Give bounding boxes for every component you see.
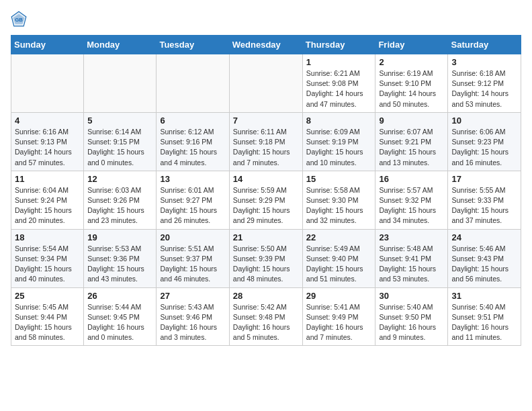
- calendar-cell: 20Sunrise: 5:51 AM Sunset: 9:37 PM Dayli…: [157, 229, 229, 287]
- calendar-cell: 7Sunrise: 6:11 AM Sunset: 9:18 PM Daylig…: [229, 112, 302, 171]
- day-number: 26: [87, 291, 152, 301]
- day-number: 8: [306, 116, 372, 126]
- calendar-cell: 12Sunrise: 6:03 AM Sunset: 9:26 PM Dayli…: [84, 171, 157, 229]
- day-number: 29: [306, 291, 372, 301]
- day-number: 18: [15, 232, 80, 242]
- calendar-cell: 16Sunrise: 5:57 AM Sunset: 9:32 PM Dayli…: [375, 171, 448, 229]
- day-info: Sunrise: 6:14 AM Sunset: 9:15 PM Dayligh…: [87, 127, 152, 168]
- day-number: 14: [233, 174, 299, 184]
- calendar-cell: 3Sunrise: 6:18 AM Sunset: 9:12 PM Daylig…: [448, 54, 521, 113]
- day-info: Sunrise: 6:21 AM Sunset: 9:08 PM Dayligh…: [306, 68, 372, 109]
- day-info: Sunrise: 6:19 AM Sunset: 9:10 PM Dayligh…: [379, 68, 444, 109]
- day-number: 3: [451, 57, 517, 67]
- day-info: Sunrise: 5:53 AM Sunset: 9:36 PM Dayligh…: [87, 244, 152, 285]
- calendar-week-row: 1Sunrise: 6:21 AM Sunset: 9:08 PM Daylig…: [11, 54, 521, 113]
- calendar-cell: 19Sunrise: 5:53 AM Sunset: 9:36 PM Dayli…: [84, 229, 157, 287]
- day-number: 31: [451, 291, 517, 301]
- calendar-cell: 1Sunrise: 6:21 AM Sunset: 9:08 PM Daylig…: [302, 54, 375, 113]
- day-number: 25: [15, 291, 80, 301]
- day-number: 24: [451, 232, 517, 242]
- calendar-cell: 13Sunrise: 6:01 AM Sunset: 9:27 PM Dayli…: [157, 171, 229, 229]
- day-number: 4: [15, 116, 80, 126]
- day-info: Sunrise: 6:03 AM Sunset: 9:26 PM Dayligh…: [87, 185, 152, 226]
- calendar-cell: [11, 54, 84, 113]
- calendar-cell: 8Sunrise: 6:09 AM Sunset: 9:19 PM Daylig…: [302, 112, 375, 171]
- day-info: Sunrise: 6:04 AM Sunset: 9:24 PM Dayligh…: [15, 185, 80, 226]
- calendar-header-wednesday: Wednesday: [229, 36, 302, 54]
- day-info: Sunrise: 5:45 AM Sunset: 9:44 PM Dayligh…: [15, 302, 80, 343]
- day-info: Sunrise: 5:54 AM Sunset: 9:34 PM Dayligh…: [15, 244, 80, 285]
- day-info: Sunrise: 5:57 AM Sunset: 9:32 PM Dayligh…: [379, 185, 444, 226]
- calendar-cell: 28Sunrise: 5:42 AM Sunset: 9:48 PM Dayli…: [229, 287, 302, 346]
- day-info: Sunrise: 5:51 AM Sunset: 9:37 PM Dayligh…: [160, 244, 225, 285]
- calendar-table: SundayMondayTuesdayWednesdayThursdayFrid…: [11, 35, 521, 346]
- calendar-cell: [229, 54, 302, 113]
- calendar-cell: [84, 54, 157, 113]
- day-number: 22: [306, 232, 372, 242]
- calendar-header-saturday: Saturday: [448, 36, 521, 54]
- day-info: Sunrise: 6:12 AM Sunset: 9:16 PM Dayligh…: [160, 127, 225, 168]
- calendar-cell: 6Sunrise: 6:12 AM Sunset: 9:16 PM Daylig…: [157, 112, 229, 171]
- day-info: Sunrise: 5:44 AM Sunset: 9:45 PM Dayligh…: [87, 302, 152, 343]
- calendar-week-row: 4Sunrise: 6:16 AM Sunset: 9:13 PM Daylig…: [11, 112, 521, 171]
- calendar-cell: 10Sunrise: 6:06 AM Sunset: 9:23 PM Dayli…: [448, 112, 521, 171]
- day-info: Sunrise: 6:16 AM Sunset: 9:13 PM Dayligh…: [15, 127, 80, 168]
- calendar-header-friday: Friday: [375, 36, 448, 54]
- day-number: 28: [233, 291, 299, 301]
- day-number: 6: [160, 116, 225, 126]
- day-number: 27: [160, 291, 225, 301]
- day-info: Sunrise: 5:50 AM Sunset: 9:39 PM Dayligh…: [233, 244, 299, 285]
- calendar-cell: 15Sunrise: 5:58 AM Sunset: 9:30 PM Dayli…: [302, 171, 375, 229]
- calendar-cell: 26Sunrise: 5:44 AM Sunset: 9:45 PM Dayli…: [84, 287, 157, 346]
- day-info: Sunrise: 5:43 AM Sunset: 9:46 PM Dayligh…: [160, 302, 225, 343]
- day-number: 5: [87, 116, 152, 126]
- day-number: 30: [379, 291, 444, 301]
- day-info: Sunrise: 5:49 AM Sunset: 9:40 PM Dayligh…: [306, 244, 372, 285]
- calendar-header-row: SundayMondayTuesdayWednesdayThursdayFrid…: [11, 36, 521, 54]
- day-number: 17: [451, 174, 517, 184]
- day-number: 2: [379, 57, 444, 67]
- day-number: 20: [160, 232, 225, 242]
- calendar-cell: 11Sunrise: 6:04 AM Sunset: 9:24 PM Dayli…: [11, 171, 84, 229]
- calendar-cell: 2Sunrise: 6:19 AM Sunset: 9:10 PM Daylig…: [375, 54, 448, 113]
- day-info: Sunrise: 6:18 AM Sunset: 9:12 PM Dayligh…: [451, 68, 517, 109]
- day-info: Sunrise: 5:48 AM Sunset: 9:41 PM Dayligh…: [379, 244, 444, 285]
- calendar-cell: 24Sunrise: 5:46 AM Sunset: 9:43 PM Dayli…: [448, 229, 521, 287]
- day-number: 19: [87, 232, 152, 242]
- day-info: Sunrise: 6:09 AM Sunset: 9:19 PM Dayligh…: [306, 127, 372, 168]
- day-number: 21: [233, 232, 299, 242]
- day-info: Sunrise: 5:59 AM Sunset: 9:29 PM Dayligh…: [233, 185, 299, 226]
- calendar-header-thursday: Thursday: [302, 36, 375, 54]
- day-info: Sunrise: 5:42 AM Sunset: 9:48 PM Dayligh…: [233, 302, 299, 343]
- day-info: Sunrise: 6:06 AM Sunset: 9:23 PM Dayligh…: [451, 127, 517, 168]
- calendar-week-row: 25Sunrise: 5:45 AM Sunset: 9:44 PM Dayli…: [11, 287, 521, 346]
- calendar-cell: 31Sunrise: 5:40 AM Sunset: 9:51 PM Dayli…: [448, 287, 521, 346]
- day-number: 7: [233, 116, 299, 126]
- day-number: 11: [15, 174, 80, 184]
- logo: GB: [11, 11, 30, 27]
- calendar-body: 1Sunrise: 6:21 AM Sunset: 9:08 PM Daylig…: [11, 54, 521, 346]
- calendar-cell: 9Sunrise: 6:07 AM Sunset: 9:21 PM Daylig…: [375, 112, 448, 171]
- calendar-cell: 5Sunrise: 6:14 AM Sunset: 9:15 PM Daylig…: [84, 112, 157, 171]
- svg-text:GB: GB: [15, 17, 23, 23]
- day-number: 9: [379, 116, 444, 126]
- day-info: Sunrise: 5:41 AM Sunset: 9:49 PM Dayligh…: [306, 302, 372, 343]
- calendar-cell: 18Sunrise: 5:54 AM Sunset: 9:34 PM Dayli…: [11, 229, 84, 287]
- day-number: 10: [451, 116, 517, 126]
- calendar-cell: 22Sunrise: 5:49 AM Sunset: 9:40 PM Dayli…: [302, 229, 375, 287]
- calendar-cell: 23Sunrise: 5:48 AM Sunset: 9:41 PM Dayli…: [375, 229, 448, 287]
- day-number: 15: [306, 174, 372, 184]
- calendar-cell: 4Sunrise: 6:16 AM Sunset: 9:13 PM Daylig…: [11, 112, 84, 171]
- calendar-cell: 30Sunrise: 5:40 AM Sunset: 9:50 PM Dayli…: [375, 287, 448, 346]
- calendar-header-tuesday: Tuesday: [157, 36, 229, 54]
- day-info: Sunrise: 6:01 AM Sunset: 9:27 PM Dayligh…: [160, 185, 225, 226]
- calendar-header-monday: Monday: [84, 36, 157, 54]
- calendar-cell: 25Sunrise: 5:45 AM Sunset: 9:44 PM Dayli…: [11, 287, 84, 346]
- calendar-cell: 17Sunrise: 5:55 AM Sunset: 9:33 PM Dayli…: [448, 171, 521, 229]
- logo-icon: GB: [11, 11, 27, 27]
- calendar-header-sunday: Sunday: [11, 36, 84, 54]
- day-info: Sunrise: 6:11 AM Sunset: 9:18 PM Dayligh…: [233, 127, 299, 168]
- day-info: Sunrise: 5:58 AM Sunset: 9:30 PM Dayligh…: [306, 185, 372, 226]
- day-number: 16: [379, 174, 444, 184]
- day-number: 13: [160, 174, 225, 184]
